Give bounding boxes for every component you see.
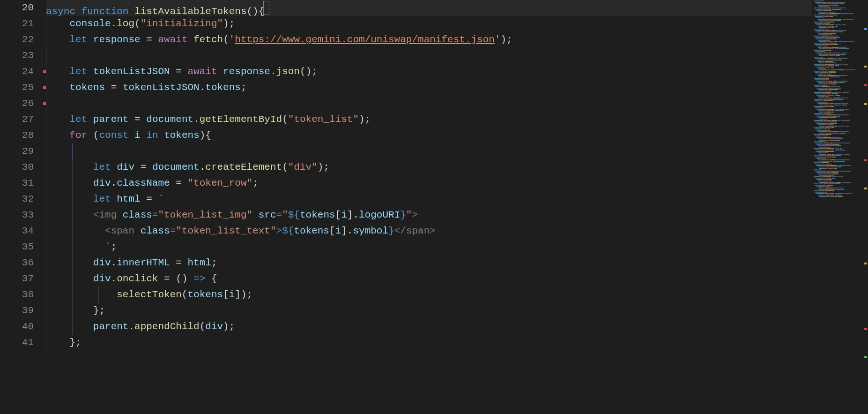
minimap-line [814,137,866,138]
minimap-line [814,169,866,170]
minimap-line [814,171,866,172]
minimap-line [814,116,866,117]
minimap-line [814,57,866,58]
minimap-line [814,76,866,77]
code-line[interactable]: parent.appendChild(div); [46,319,868,335]
line-number: 27 [0,112,34,128]
minimap-line [814,40,866,41]
code-line[interactable] [46,143,868,159]
code-line[interactable]: let div = document.createElement("div"); [46,159,868,175]
code-line[interactable] [46,96,868,112]
minimap-line [814,133,866,134]
overview-mark [864,66,867,68]
minimap-line [814,27,866,28]
code-line[interactable]: selectToken(tokens[i]); [46,287,868,303]
minimap-line [814,41,866,42]
minimap-line [814,30,866,31]
minimap-line [814,82,866,83]
minimap-line [814,154,866,155]
minimap-line [814,62,866,63]
code-line[interactable] [46,48,868,64]
minimap-line [814,185,866,186]
minimap-line [814,176,866,177]
minimap-line [814,150,866,151]
code-line[interactable]: }; [46,303,868,319]
minimap-line [814,83,866,84]
minimap-line [814,19,866,20]
minimap-line [814,110,866,111]
code-line[interactable]: async function listAvailableTokens(){ [46,0,868,16]
minimap-line [814,166,866,167]
minimap-line [814,102,866,103]
code-line[interactable]: console.log("initializing"); [46,16,868,32]
minimap-line [814,48,866,49]
minimap-line [814,158,866,159]
minimap-line [814,78,866,79]
minimap-line [814,50,866,51]
code-editor[interactable]: 2021222324252627282930313233343536373839… [0,0,868,414]
code-area[interactable]: async function listAvailableTokens(){ co… [42,0,868,414]
minimap-line [814,24,866,25]
code-line[interactable]: `; [46,239,868,255]
minimap-line [814,65,866,66]
code-line[interactable]: }; [46,335,868,351]
line-number: 26 [0,96,34,112]
minimap-line [814,37,866,38]
line-number: 30 [0,159,34,175]
minimap-line [814,92,866,93]
minimap-line [814,33,866,34]
minimap-line [814,45,866,46]
minimap-line [814,105,866,105]
code-line[interactable]: let tokenListJSON = await response.json(… [46,64,868,80]
minimap-line [814,74,866,75]
code-line[interactable]: div.className = "token_row"; [46,175,868,191]
minimap-line [814,96,866,97]
overview-ruler[interactable] [861,0,868,414]
minimap-line [814,124,866,125]
code-line[interactable]: div.onclick = () => { [46,271,868,287]
line-number: 29 [0,143,34,159]
minimap-line [814,22,866,23]
minimap-line [814,89,866,90]
minimap-line [814,54,866,55]
line-number: 22 [0,32,34,48]
minimap-line [814,152,866,153]
minimap-line [814,148,866,149]
minimap-line [814,112,866,113]
minimap-line [814,173,866,174]
code-line[interactable]: <span class="token_list_text">${tokens[i… [46,223,868,239]
code-line[interactable]: for (const i in tokens){ [46,128,868,143]
line-number: 20 [0,0,34,16]
minimap-line [814,135,866,136]
code-line[interactable]: <img class="token_list_img" src="${token… [46,207,868,223]
minimap-line [814,140,866,141]
line-number: 36 [0,255,34,271]
minimap-line [814,60,866,60]
minimap-line [814,34,866,35]
minimap-line [814,190,866,191]
minimap-line [814,69,866,70]
minimap-line [814,44,866,45]
code-line[interactable]: div.innerHTML = html; [46,255,868,271]
code-line[interactable]: tokens = tokenListJSON.tokens; [46,80,868,96]
code-line[interactable]: let html = ` [46,191,868,207]
line-number: 31 [0,175,34,191]
minimap-line [814,121,866,122]
overview-mark [864,263,867,264]
minimap-line [814,51,866,52]
minimap-line [814,134,866,135]
minimap-line [814,8,866,8]
minimap-line [814,145,866,146]
minimap[interactable] [812,0,868,414]
code-line[interactable]: let response = await fetch('https://www.… [46,32,868,48]
code-line[interactable]: let parent = document.getElementById("to… [46,112,868,128]
line-number: 34 [0,223,34,239]
minimap-line [814,103,866,104]
line-number: 21 [0,16,34,32]
line-number: 28 [0,128,34,143]
minimap-line [814,81,866,82]
minimap-line [814,138,866,139]
line-number: 32 [0,191,34,207]
minimap-line [814,68,866,69]
overview-mark [864,328,867,330]
